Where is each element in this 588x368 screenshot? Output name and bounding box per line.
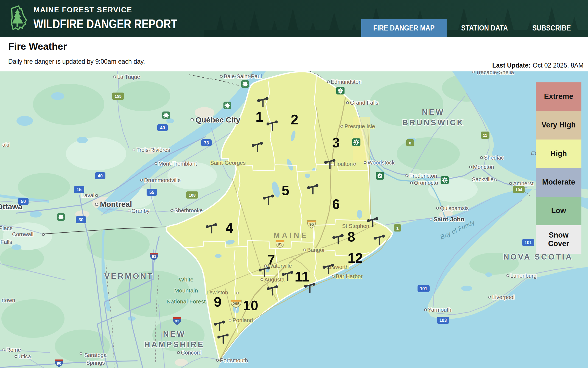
city-ellsworth: Ellsworth [326,264,349,270]
route-shield-8: 8 [406,139,414,146]
city-la-tuque: La Tuque [117,74,140,80]
svg-text:2: 2 [444,178,446,182]
last-update: Last Update:Oct 02 2025, 8AM [492,62,584,71]
svg-text:2: 2 [355,140,357,144]
update-note: Daily fire danger is updated by 9:00am e… [8,58,145,65]
route-shield-50: 50 [18,198,29,205]
city-maniwaki: aki [2,142,9,148]
city-cornwall: Cornwall [12,231,33,237]
city-bangor: Bangor [307,247,325,253]
route-shield-103: 103 [437,317,449,324]
legend-snow-cover: Snow Cover [536,225,581,254]
nav-fire-danger-map[interactable]: FIRE DANGER MAP [361,19,447,37]
svg-text:40: 40 [160,126,165,130]
region-new-hampshire-2: HAMPSHIRE [144,340,204,349]
svg-text:50: 50 [21,199,26,204]
city-portsmouth: Portsmouth [220,357,248,363]
city-mont-tremblant: Mont-Tremblant [158,161,197,167]
park-maple-icon [162,111,170,119]
route-shield-104: 104 [513,186,525,193]
zone-2-number: 2 [291,112,298,127]
park-white-mountain-3: National Forest [167,298,206,305]
danger-level-legend: Extreme Very High High Moderate Low Snow… [536,82,581,254]
fire-weather-bar: Fire Weather Daily fire danger is update… [0,37,588,71]
svg-text:91: 91 [152,254,156,259]
city-bar-harbor: Bar Harbor [336,273,363,279]
city-houlton: Houlton [334,161,353,167]
nav-station-data[interactable]: STATION DATA [450,19,519,37]
city-sherbrooke: Sherbrooke [174,207,203,213]
svg-text:295: 295 [233,301,239,306]
city-montreal: Montreal [100,200,132,208]
region-new-brunswick-1: NEW [422,108,445,116]
zone-7-number: 7 [267,252,275,267]
svg-text:55: 55 [149,190,154,195]
svg-text:108: 108 [189,193,195,197]
trans-canada-2-shield: 2 [336,87,345,94]
svg-text:73: 73 [204,141,209,145]
app-header: MAINE FOREST SERVICE WILDFIRE DANGER REP… [0,0,588,37]
city-smiths-falls: Falls [1,239,12,245]
region-new-brunswick-2: BRUNSWICK [402,118,464,127]
city-watertown: rtown [2,297,15,303]
svg-text:40: 40 [98,174,103,178]
svg-text:1: 1 [396,226,399,230]
city-drummondville: Drummondville [144,177,181,183]
main-nav: FIRE DANGER MAP STATION DATA SUBSCRIBE [357,19,581,37]
city-tracadie-sheila: Tracadie-Sheila [476,71,514,75]
route-shield-73: 73 [201,139,212,146]
city-quispamsis: Quispamsis [440,205,469,211]
park-white-mountain-2: Mountain [174,287,198,294]
route-shield-15: 15 [74,186,84,193]
svg-text:95: 95 [309,222,314,227]
svg-text:104: 104 [515,187,522,192]
park-maple-icon [223,102,231,109]
route-shield-155: 155 [112,93,124,100]
svg-text:101: 101 [525,240,532,245]
svg-text:2: 2 [339,89,341,93]
route-shield-55: 55 [147,189,157,196]
route-shield-101: 101 [418,285,430,292]
city-presque-isle: Presque Isle [345,123,375,129]
nav-subscribe[interactable]: SUBSCRIBE [522,19,581,37]
route-shield-101: 101 [522,239,534,246]
city-saratoga-springs-2: Springs [86,360,105,366]
svg-text:11: 11 [483,133,487,138]
legend-extreme: Extreme [536,82,581,111]
trans-canada-2-shield: 2 [441,176,449,184]
legend-moderate: Moderate [536,168,581,197]
route-shield-30: 30 [76,216,86,223]
park-maple-icon [57,213,65,221]
svg-text:30: 30 [79,218,83,222]
legend-very-high: Very High [536,111,581,140]
city-carleton-place: Place [0,225,13,231]
region-new-hampshire-1: NEW [163,330,186,338]
city-augusta: Augusta [264,277,285,283]
city-sackville: Sackville [472,176,494,182]
zone-1-number: 1 [256,109,263,125]
city-lunenburg: Lunenburg [510,273,537,279]
fire-danger-map[interactable]: La Tuque Baie-Saint-Paul Tracadie-Sheila… [0,71,588,368]
route-shield-40: 40 [157,124,168,131]
city-st-stephen: St Stephen [342,223,369,229]
city-grand-falls: Grand Falls [350,100,378,106]
svg-text:93: 93 [175,319,180,323]
city-trois-rivieres: Trois-Rivières [136,147,170,153]
city-portland: Portland [233,317,253,323]
route-shield-1: 1 [394,224,401,232]
maine-forest-service-logo [7,5,28,32]
svg-text:90: 90 [57,361,61,366]
city-baie-saint-paul: Baie-Saint-Paul [224,73,262,79]
trans-canada-2-shield: 2 [376,172,384,180]
city-saratoga-springs-1: Saratoga [84,352,107,358]
city-granby: Granby [131,208,150,214]
legend-low: Low [536,197,581,225]
section-title: Fire Weather [8,41,145,52]
city-utica: Utica [18,353,31,359]
zone-4-number: 4 [226,220,233,236]
city-fredericton: Fredericton [409,173,437,179]
svg-text:95: 95 [278,242,282,246]
zone-10-number: 10 [243,298,258,313]
city-woodstock: Woodstock [368,160,395,166]
city-yarmouth: Yarmouth [428,307,451,313]
